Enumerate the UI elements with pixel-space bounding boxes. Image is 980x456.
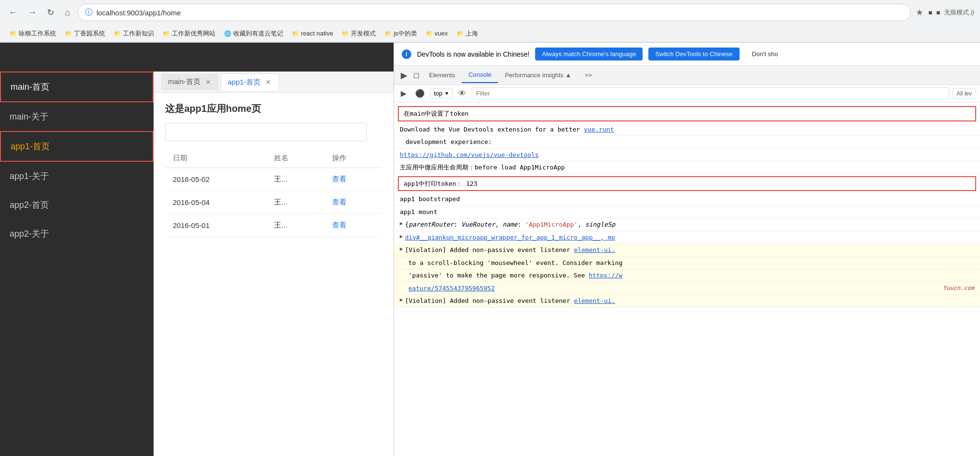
filter-input[interactable] bbox=[472, 87, 949, 100]
main-layout: main-首页 main-关于 app1-首页 app1-关于 app2-首页 … bbox=[0, 43, 980, 456]
clear-console-icon[interactable]: ▶ bbox=[398, 87, 409, 99]
sidebar-item-app2-home[interactable]: app2-首页 bbox=[0, 191, 154, 219]
cloud-icon: 🌐 bbox=[224, 30, 231, 37]
folder-icon: 📁 bbox=[292, 30, 299, 37]
notification-message: DevTools is now available in Chinese! bbox=[417, 50, 529, 58]
folder-icon: 📁 bbox=[342, 30, 349, 37]
devtools-cursor-icon[interactable]: ▶ bbox=[398, 69, 410, 82]
eye-icon[interactable]: 👁 bbox=[455, 88, 469, 99]
expand-icon[interactable]: ▶ bbox=[400, 296, 403, 304]
bookmark-item-8[interactable]: 📁 vuex bbox=[422, 28, 452, 38]
dont-show-button[interactable]: Don't sho bbox=[745, 48, 785, 60]
tab-close-button[interactable]: ✕ bbox=[264, 78, 272, 86]
bookmark-item-3[interactable]: 📁 工作新优秀网站 bbox=[159, 28, 219, 39]
devtools-toolbar: ▶ ⚫ top ▼ 👁 All lev bbox=[394, 85, 980, 102]
console-text: app1 bootstraped bbox=[400, 194, 460, 204]
incognito-mode-label: 无痕模式 (i bbox=[944, 8, 974, 17]
expand-icon[interactable]: ▶ bbox=[400, 245, 403, 253]
tab-elements[interactable]: Elements bbox=[422, 68, 462, 83]
sidebar-item-main-about[interactable]: main-关于 bbox=[0, 102, 154, 131]
bookmark-item-0[interactable]: 📁 咏柳工作系统 bbox=[6, 28, 60, 39]
tab-app1-home[interactable]: app1-首页 ✕ bbox=[221, 73, 279, 91]
bookmark-label: 丁香园系统 bbox=[74, 29, 105, 38]
prohibit-icon[interactable]: ⚫ bbox=[412, 87, 428, 99]
table-cell-action[interactable]: 查看 bbox=[324, 168, 382, 191]
bookmark-item-6[interactable]: 📁 开发模式 bbox=[338, 28, 380, 39]
bookmark-label: js中的类 bbox=[394, 29, 417, 38]
bookmark-star-icon[interactable]: ★ bbox=[916, 7, 923, 18]
back-button[interactable]: ← bbox=[6, 6, 20, 20]
folder-icon: 📁 bbox=[65, 30, 72, 37]
table-row: 2016-05-02 王... 查看 bbox=[165, 168, 382, 191]
sidebar-item-app1-home[interactable]: app1-首页 bbox=[0, 131, 154, 162]
vue-link[interactable]: vue.runt bbox=[584, 126, 614, 133]
page-content: 这是app1应用home页 日期 姓名 操作 2016-05-02 王... 查… bbox=[154, 93, 394, 247]
table-cell-action[interactable]: 查看 bbox=[324, 214, 382, 237]
bookmark-item-1[interactable]: 📁 丁香园系统 bbox=[61, 28, 109, 39]
search-input[interactable] bbox=[165, 123, 367, 141]
console-line-github[interactable]: https://github.com/vuejs/vue-devtools bbox=[394, 149, 980, 162]
console-text: Download the Vue Devtools extension for … bbox=[400, 125, 614, 134]
bookmark-item-2[interactable]: 📁 工作新知识 bbox=[110, 28, 158, 39]
nav-bar: ← → ↻ ⌂ ⓘ localhost:9003/app1/home ★ ■ ■… bbox=[0, 0, 980, 25]
tab-console[interactable]: Console bbox=[462, 67, 498, 83]
element-ui-link[interactable]: element-ui. bbox=[574, 246, 615, 253]
feature-link[interactable]: eature/5745543795965952 bbox=[408, 284, 495, 293]
expand-icon[interactable]: ▶ bbox=[400, 220, 403, 228]
tab-main-home[interactable]: main-首页 ✕ bbox=[161, 73, 219, 90]
extension-icons: ■ ■ 无痕模式 (i bbox=[928, 8, 974, 17]
sidebar-item-app2-about[interactable]: app2-关于 bbox=[0, 219, 154, 248]
extension-icon-1: ■ bbox=[928, 9, 932, 16]
address-bar[interactable]: ⓘ localhost:9003/app1/home bbox=[78, 4, 911, 21]
table-cell-action[interactable]: 查看 bbox=[324, 191, 382, 214]
bookmark-item-5[interactable]: 📁 react native bbox=[288, 28, 337, 38]
bookmark-label: 工作新知识 bbox=[123, 29, 154, 38]
extension-icon-2: ■ bbox=[936, 9, 940, 16]
tab-performance[interactable]: Performance insights ▲ bbox=[498, 68, 578, 83]
bookmark-item-7[interactable]: 📁 js中的类 bbox=[381, 28, 420, 39]
data-table: 日期 姓名 操作 2016-05-02 王... 查看 2016-05-04 王… bbox=[165, 149, 382, 237]
sidebar: main-首页 main-关于 app1-首页 app1-关于 app2-首页 … bbox=[0, 72, 154, 456]
devtools-inspect-icon[interactable]: ◻ bbox=[410, 69, 422, 81]
always-match-button[interactable]: Always match Chrome's language bbox=[535, 48, 643, 60]
view-link[interactable]: 查看 bbox=[332, 175, 347, 183]
console-line-token-app1: app1中打印token： 123 bbox=[398, 176, 976, 192]
switch-devtools-button[interactable]: Switch DevTools to Chinese bbox=[648, 48, 739, 60]
console-line-violation-2: to a scroll-blocking 'mousewheel' event.… bbox=[394, 257, 980, 270]
all-levels-button[interactable]: All lev bbox=[952, 88, 976, 99]
console-line-mount: app1 mount bbox=[394, 206, 980, 219]
console-text: app1 mount bbox=[400, 207, 437, 217]
view-link[interactable]: 查看 bbox=[332, 221, 347, 229]
content-area: main-首页 ✕ app1-首页 ✕ 这是app1应用home页 bbox=[154, 72, 394, 456]
folder-icon: 📁 bbox=[163, 30, 170, 37]
console-line-lifecycle: 主应用中微应用生命周期：before load App1MicroApp bbox=[394, 161, 980, 174]
forward-button[interactable]: → bbox=[25, 6, 39, 20]
github-link[interactable]: https://github.com/vuejs/vue-devtools bbox=[400, 150, 539, 160]
devtools-content: 在main中设置了token Download the Vue Devtools… bbox=[394, 102, 980, 456]
home-button[interactable]: ⌂ bbox=[62, 6, 73, 20]
info-circle-icon: i bbox=[402, 49, 411, 59]
reload-button[interactable]: ↻ bbox=[44, 5, 57, 20]
bookmarks-bar: 📁 咏柳工作系统 📁 丁香园系统 📁 工作新知识 📁 工作新优秀网站 🌐 收藏到… bbox=[0, 25, 980, 42]
tab-close-button[interactable]: ✕ bbox=[204, 78, 212, 86]
tab-more[interactable]: >> bbox=[578, 68, 599, 83]
https-link[interactable]: https://w bbox=[589, 272, 622, 279]
devtools-notification: i DevTools is now available in Chinese! … bbox=[394, 43, 980, 66]
sidebar-item-main-home[interactable]: main-首页 bbox=[0, 72, 154, 102]
console-line-violation-1: ▶ [Violation] Added non-passive event li… bbox=[394, 244, 980, 257]
div-link[interactable]: div#__qiankun_microapp_wrapper_for_app_1… bbox=[405, 233, 615, 242]
bookmark-item-9[interactable]: 📁 上海 bbox=[453, 28, 482, 39]
bookmark-label: react native bbox=[301, 30, 333, 37]
bookmark-item-4[interactable]: 🌐 收藏到有道云笔记 bbox=[220, 28, 287, 39]
bookmark-label: 开发模式 bbox=[351, 29, 376, 38]
top-selector[interactable]: top ▼ bbox=[430, 88, 453, 98]
console-line-token-main: 在main中设置了token bbox=[398, 106, 976, 121]
console-text: 'passive' to make the page more responsi… bbox=[408, 271, 622, 280]
expand-icon[interactable]: ▶ bbox=[400, 233, 403, 241]
element-ui-link-2[interactable]: element-ui. bbox=[574, 297, 615, 304]
sidebar-item-app1-about[interactable]: app1-关于 bbox=[0, 162, 154, 191]
view-link[interactable]: 查看 bbox=[332, 198, 347, 206]
console-text: development experience: bbox=[406, 137, 492, 147]
table-row: 2016-05-04 王... 查看 bbox=[165, 191, 382, 214]
console-line-violation-3: 'passive' to make the page more responsi… bbox=[394, 269, 980, 282]
